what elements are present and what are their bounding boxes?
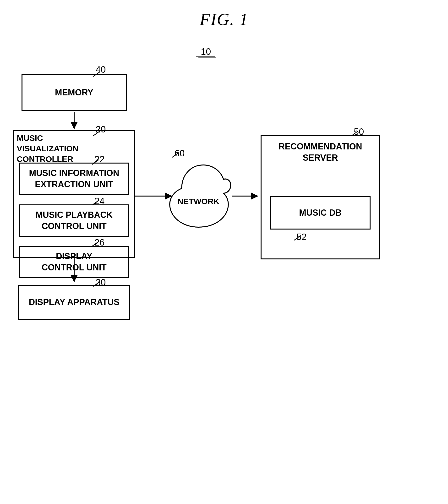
music-info-extraction-box: MUSIC INFORMATIONEXTRACTION UNIT (19, 162, 129, 195)
ref-40: 40 (96, 65, 106, 75)
music-info-extraction-label: MUSIC INFORMATIONEXTRACTION UNIT (29, 168, 119, 190)
svg-text:NETWORK: NETWORK (177, 197, 219, 206)
music-viz-controller-label: MUSIC VISUALIZATIONCONTROLLER (17, 133, 89, 164)
diagram-container: FIG. 1 10 40 MEMORY 20 MUSIC VISUALIZATI… (0, 0, 448, 504)
memory-box: MEMORY (21, 74, 127, 111)
ref-52: 52 (296, 232, 306, 242)
display-apparatus-box: DISPLAY APPARATUS (18, 285, 130, 320)
music-playback-label: MUSIC PLAYBACKCONTROL UNIT (36, 209, 113, 232)
music-db-label: MUSIC DB (299, 207, 342, 218)
svg-marker-5 (71, 122, 78, 129)
svg-marker-8 (251, 193, 258, 200)
network-cloud: NETWORK (162, 158, 234, 234)
music-db-box: MUSIC DB (270, 196, 371, 230)
figure-title: FIG. 1 (200, 10, 248, 29)
network-cloud-svg: NETWORK (162, 158, 234, 234)
display-control-label: DISPLAYCONTROL UNIT (42, 251, 106, 273)
music-playback-box: MUSIC PLAYBACKCONTROL UNIT (19, 204, 129, 237)
memory-label: MEMORY (55, 87, 93, 98)
ref-10: 10 (201, 47, 211, 57)
display-apparatus-label: DISPLAY APPARATUS (29, 297, 119, 308)
recommendation-server-label: RECOMMENDATIONSERVER (265, 141, 375, 163)
display-control-box: DISPLAYCONTROL UNIT (19, 246, 129, 278)
ref-60: 60 (175, 148, 185, 159)
